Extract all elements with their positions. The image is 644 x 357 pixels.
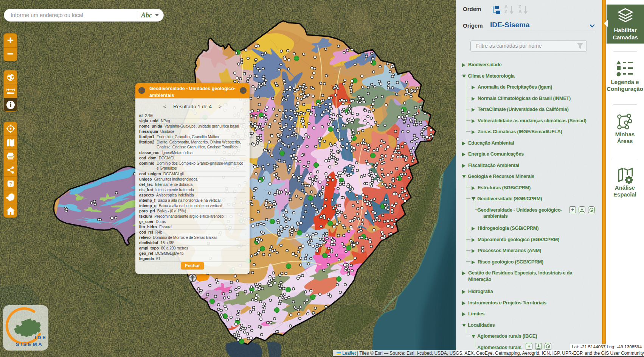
svg-text:SISEMA: SISEMA [16, 341, 43, 347]
svg-text:IDE: IDE [34, 335, 47, 340]
svg-text:?: ? [9, 181, 12, 187]
